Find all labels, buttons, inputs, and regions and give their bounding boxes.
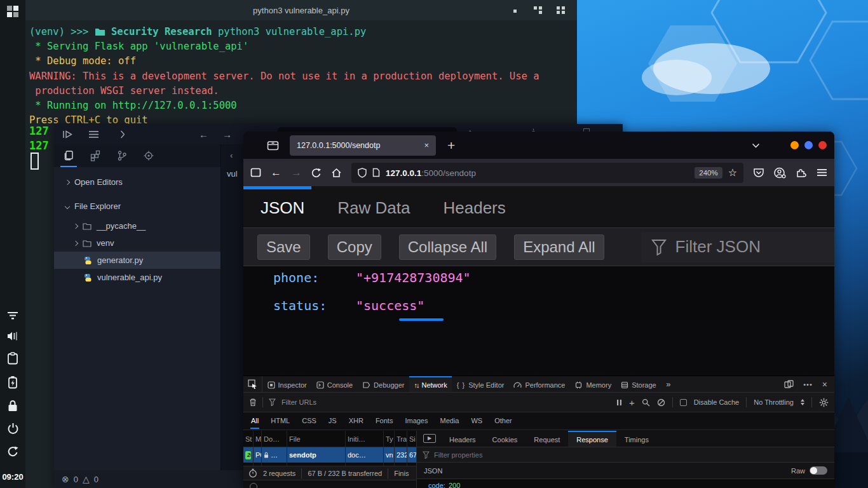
tab-req-request[interactable]: Request — [526, 431, 568, 447]
sidebar-toggle-icon[interactable] — [250, 168, 261, 177]
page-info-icon[interactable] — [372, 168, 380, 177]
block-request-icon[interactable] — [657, 398, 665, 407]
volume-icon[interactable] — [7, 331, 19, 341]
clipboard-icon[interactable] — [7, 352, 18, 365]
json-property-status[interactable]: status:"success" — [273, 297, 834, 315]
tab-inspector[interactable]: Inspector — [262, 376, 311, 392]
account-icon[interactable] — [774, 167, 786, 179]
tree-item-generator[interactable]: generator.py — [54, 252, 220, 269]
filter-urls-input[interactable] — [281, 398, 358, 406]
requests-count[interactable]: 2 requests — [263, 470, 295, 477]
collapse-all-button[interactable]: Collapse All — [399, 234, 496, 260]
filter-json-input[interactable] — [675, 237, 834, 257]
dock-side-icon[interactable] — [784, 380, 794, 388]
type-filter-media[interactable]: Media — [439, 414, 459, 429]
performance-analysis-icon[interactable]: ▶ — [423, 434, 436, 443]
tab-network[interactable]: ↑↓ Network — [409, 376, 452, 392]
close-button[interactable] — [818, 141, 827, 149]
tab-debugger[interactable]: Debugger — [358, 376, 409, 392]
type-filter-other[interactable]: Other — [494, 414, 513, 429]
network-settings-gear-icon[interactable] — [819, 398, 829, 407]
tab-style-editor[interactable]: { } Style Editor — [452, 376, 509, 392]
debug-icon[interactable] — [135, 144, 162, 167]
tab-req-response[interactable]: Response — [568, 431, 616, 447]
home-icon[interactable] — [331, 168, 342, 178]
response-json-header[interactable]: JSON Raw — [417, 463, 834, 479]
type-filter-js[interactable]: JS — [328, 414, 337, 429]
prop-code[interactable]: code:200 — [417, 479, 834, 488]
explorer-tab-icon[interactable] — [55, 144, 82, 167]
tab-close-icon[interactable]: × — [424, 140, 429, 150]
lock-icon[interactable] — [7, 400, 18, 412]
json-filter-box[interactable] — [641, 232, 834, 262]
hamburger-menu-icon[interactable] — [817, 168, 827, 177]
app-launcher-icon[interactable] — [7, 6, 18, 17]
pocket-icon[interactable] — [753, 167, 764, 179]
pick-element-icon[interactable] — [243, 376, 262, 392]
tree-item-venv[interactable]: venv — [54, 234, 220, 252]
zoom-level-badge[interactable]: 240% — [695, 167, 722, 179]
type-filter-fonts[interactable]: Fonts — [375, 414, 394, 429]
type-filter-images[interactable]: Images — [404, 414, 428, 429]
request-list-header[interactable]: StMDo…FileIniti…TyTra…Si — [243, 431, 416, 447]
type-filter-css[interactable]: CSS — [301, 414, 317, 429]
pause-log-icon[interactable] — [616, 399, 622, 406]
shield-icon[interactable] — [358, 168, 367, 178]
back-button[interactable]: ← — [271, 166, 281, 179]
filter-properties-input[interactable] — [434, 451, 529, 459]
warnings-icon[interactable]: △ — [83, 474, 90, 484]
tab-storage[interactable]: Storage — [616, 376, 661, 392]
list-tabs-chevron-icon[interactable] — [752, 143, 760, 148]
run-icon[interactable] — [62, 130, 73, 139]
forward-button[interactable]: → — [291, 166, 302, 179]
extensions-puzzle-icon[interactable] — [796, 167, 807, 179]
raw-toggle[interactable] — [810, 466, 827, 475]
request-row-sendotp[interactable]: 200POST …sendotpdoc…vn232…67 — [243, 447, 416, 463]
bookmark-star-icon[interactable]: ☆ — [728, 166, 737, 179]
disable-cache-checkbox[interactable] — [680, 399, 687, 406]
new-tab-button[interactable]: + — [447, 138, 455, 153]
more-tabs-chevron-icon[interactable]: » — [661, 376, 675, 392]
forward-arrow-icon[interactable]: → — [222, 129, 232, 140]
maximize-button[interactable] — [804, 141, 813, 149]
tab-memory[interactable]: Memory — [570, 376, 616, 392]
source-control-icon[interactable] — [109, 144, 135, 167]
save-button[interactable]: Save — [257, 234, 310, 260]
tree-item-pycache[interactable]: __pycache__ — [54, 217, 220, 234]
new-request-icon[interactable]: + — [629, 397, 635, 408]
json-property-phone[interactable]: phone:"+917428730894" — [273, 269, 834, 287]
url-bar[interactable]: 127.0.0.1:5000/sendotp 240% ☆ — [351, 163, 743, 183]
tab-json[interactable]: JSON — [261, 198, 304, 218]
back-arrow-icon[interactable]: ← — [199, 129, 208, 140]
devtools-close-icon[interactable]: × — [822, 379, 827, 390]
minimize-button[interactable] — [790, 141, 799, 149]
copy-button[interactable]: Copy — [328, 234, 381, 260]
battery-charging-icon[interactable] — [7, 376, 18, 389]
tab-req-headers[interactable]: Headers — [441, 431, 484, 447]
type-filter-ws[interactable]: WS — [470, 414, 483, 429]
collapse-panels-icon[interactable] — [114, 130, 125, 139]
terminal-grid-icon[interactable] — [557, 6, 566, 15]
expand-all-button[interactable]: Expand All — [514, 234, 604, 260]
type-filter-all[interactable]: All — [250, 414, 259, 429]
tab-headers[interactable]: Headers — [444, 198, 506, 218]
firefox-view-icon[interactable] — [267, 140, 279, 151]
collapse-sidebar-icon[interactable]: ‹ — [230, 151, 233, 160]
extensions-icon[interactable] — [82, 144, 109, 167]
tab-console[interactable]: Console — [311, 376, 357, 392]
errors-icon[interactable]: ⊗ — [62, 474, 69, 484]
tab-req-cookies[interactable]: Cookies — [484, 431, 526, 447]
transferred-summary[interactable]: 67 B / 232 B transferred — [308, 470, 382, 477]
restart-icon[interactable] — [7, 445, 19, 458]
power-icon[interactable] — [7, 423, 19, 435]
open-editors-section[interactable]: Open Editors — [54, 173, 220, 191]
tab-req-timings[interactable]: Timings — [616, 431, 657, 447]
terminal-layout-icon[interactable] — [534, 6, 543, 15]
browser-tab[interactable]: 127.0.0.1:5000/sendotp × — [290, 135, 436, 156]
type-filter-xhr[interactable]: XHR — [348, 414, 364, 429]
throttling-select[interactable]: No Throttling — [754, 398, 794, 406]
search-icon[interactable] — [642, 398, 650, 407]
menu-icon[interactable] — [88, 130, 99, 139]
wifi-icon[interactable] — [7, 311, 18, 320]
clear-requests-trash-icon[interactable] — [249, 398, 257, 407]
